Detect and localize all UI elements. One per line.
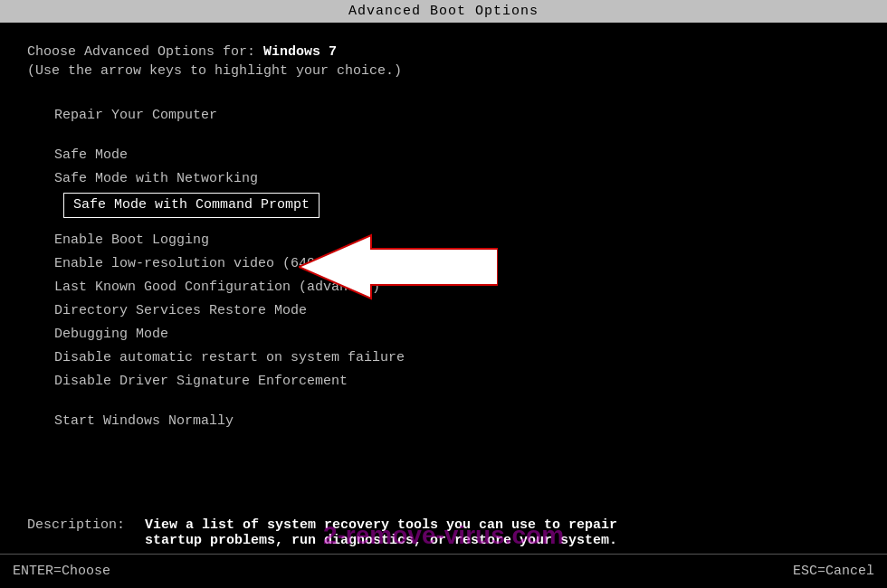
enter-key-label: ENTER=Choose xyxy=(13,564,110,579)
menu-item-low-res[interactable]: Enable low-resolution video (640x480) xyxy=(27,252,860,276)
menu-item-start-normally[interactable]: Start Windows Normally xyxy=(27,410,860,433)
os-name: Windows 7 xyxy=(263,44,337,60)
intro-line2: (Use the arrow keys to highlight your ch… xyxy=(27,63,860,79)
menu-item-boot-logging[interactable]: Enable Boot Logging xyxy=(27,229,860,252)
menu-item-repair[interactable]: Repair Your Computer xyxy=(27,104,860,128)
desc-line1: View a list of system recovery tools you… xyxy=(145,517,617,533)
esc-key-label: ESC=Cancel xyxy=(793,564,874,579)
intro-prefix: Choose Advanced Options for: xyxy=(27,44,263,60)
desc-label: Description: xyxy=(27,517,145,533)
desc-label-spacer xyxy=(27,533,145,548)
bottom-bar: ENTER=Choose ESC=Cancel xyxy=(0,554,887,588)
menu-item-safe-mode-cmd[interactable]: Safe Mode with Command Prompt xyxy=(63,193,320,218)
title-bar: Advanced Boot Options xyxy=(0,0,887,23)
menu-item-disable-driver[interactable]: Disable Driver Signature Enforcement xyxy=(27,370,860,394)
menu-item-debugging[interactable]: Debugging Mode xyxy=(27,323,860,346)
desc-line2: startup problems, run diagnostics, or re… xyxy=(145,533,617,548)
description-section: Description: View a list of system recov… xyxy=(27,517,860,548)
menu-item-disable-restart[interactable]: Disable automatic restart on system fail… xyxy=(27,346,860,370)
main-content: Choose Advanced Options for: Windows 7 (… xyxy=(0,23,887,442)
menu-item-safe-mode-networking[interactable]: Safe Mode with Networking xyxy=(27,167,860,191)
menu-item-safe-mode[interactable]: Safe Mode xyxy=(27,144,860,167)
menu-item-directory-services[interactable]: Directory Services Restore Mode xyxy=(27,299,860,323)
intro-line1: Choose Advanced Options for: Windows 7 xyxy=(27,44,860,60)
menu-item-last-known[interactable]: Last Known Good Configuration (advanced) xyxy=(27,276,860,299)
